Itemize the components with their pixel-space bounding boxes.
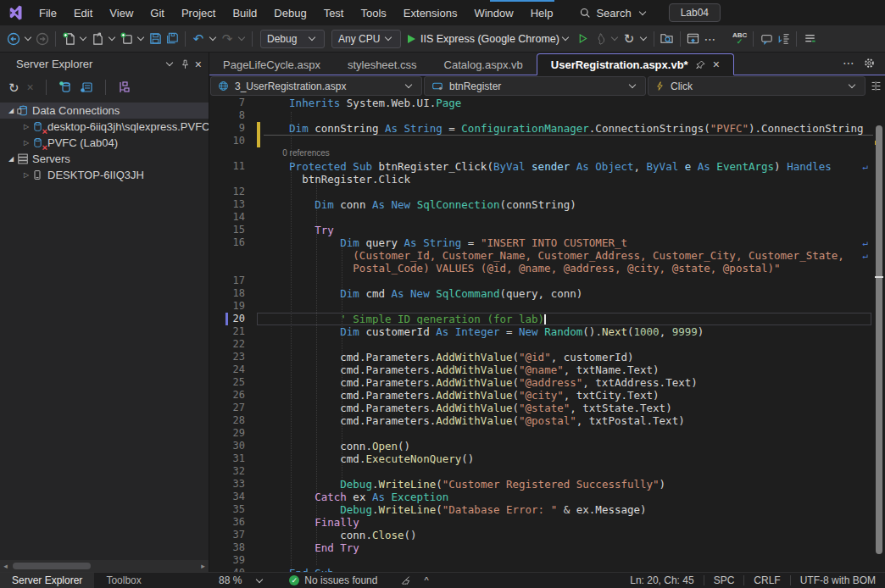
start-debugging-button[interactable]: IIS Express (Google Chrome) bbox=[408, 33, 571, 45]
code-line-27[interactable]: 27cmd.Parameters.AddWithValue("@state", … bbox=[209, 402, 885, 414]
connect-to-server-icon[interactable] bbox=[80, 80, 93, 94]
scrollbar-thumb[interactable] bbox=[876, 125, 882, 554]
code-line-8[interactable]: 8 bbox=[209, 109, 885, 122]
comment-button[interactable] bbox=[758, 29, 775, 49]
code-line-39[interactable]: 39 bbox=[209, 554, 885, 567]
menu-view[interactable]: View bbox=[101, 3, 142, 24]
code-line-22[interactable]: 22 bbox=[209, 338, 885, 351]
open-file-chevron[interactable] bbox=[109, 34, 115, 41]
add-item-button[interactable] bbox=[118, 29, 135, 49]
code-line-23[interactable]: 23cmd.Parameters.AddWithValue("@id", cus… bbox=[209, 351, 885, 363]
add-item-chevron[interactable] bbox=[137, 34, 144, 41]
statusbar-item-0[interactable]: Ln: 20, Ch: 45 bbox=[621, 574, 703, 586]
project-badge[interactable]: Lab04 bbox=[669, 3, 721, 22]
sql-object-explorer-icon[interactable] bbox=[118, 80, 131, 94]
close-icon[interactable]: × bbox=[713, 58, 720, 70]
code-line-40[interactable]: 40End Sub bbox=[209, 567, 885, 572]
code-line-32[interactable]: 32 bbox=[209, 465, 885, 478]
issues-indicator[interactable]: ✓ No issues found bbox=[289, 574, 377, 586]
code-line-18[interactable]: 18Dim cmd As New SqlCommand(query, conn) bbox=[209, 287, 885, 300]
format-indent-button[interactable] bbox=[775, 29, 792, 49]
code-line-9[interactable]: 9Dim connString As String = Configuratio… bbox=[209, 122, 885, 135]
tree-item-data-connections[interactable]: ◢Data Connections bbox=[0, 103, 209, 119]
scroll-right-icon[interactable]: ▸ bbox=[198, 562, 209, 570]
collapse-arrow-icon[interactable]: ◢ bbox=[5, 155, 17, 163]
statusbar-item-1[interactable]: SPC bbox=[704, 574, 744, 586]
undo-chevron[interactable] bbox=[209, 34, 216, 41]
code-line-13[interactable]: 13Dim conn As New SqlConnection(connStri… bbox=[209, 198, 885, 211]
save-button[interactable] bbox=[147, 29, 164, 49]
navigate-back-button[interactable] bbox=[5, 29, 22, 49]
code-line-38[interactable]: 38End Try bbox=[209, 541, 885, 554]
code-wrap-line[interactable]: btnRegister.Click bbox=[209, 173, 885, 186]
redo-button[interactable]: ↷ bbox=[219, 29, 236, 49]
code-line-37[interactable]: 37conn.Close() bbox=[209, 529, 885, 541]
tab-pagelifecycle-aspx[interactable]: PageLifeCycle.aspx bbox=[209, 54, 334, 75]
code-line-11[interactable]: 11Protected Sub btnRegister_Click(ByVal … bbox=[209, 160, 885, 173]
new-file-chevron[interactable] bbox=[80, 34, 86, 41]
code-line-26[interactable]: 26cmd.Parameters.AddWithValue("@city", t… bbox=[209, 389, 885, 402]
close-icon[interactable]: × bbox=[195, 58, 202, 71]
statusbar-item-3[interactable]: UTF-8 with BOM bbox=[791, 574, 885, 586]
menu-test[interactable]: Test bbox=[315, 3, 353, 24]
tree-item-desktop-6iiq3jh-sqlexpress-pvfc[interactable]: ▷×desktop-6iiq3jh\sqlexpress.PVFC bbox=[0, 119, 209, 135]
tree-item-desktop-6iiq3jh[interactable]: ▷DESKTOP-6IIQ3JH bbox=[0, 167, 209, 183]
code-line-35[interactable]: 35Debug.WriteLine("Database Error: " & e… bbox=[209, 503, 885, 516]
code-line-36[interactable]: 36Finally bbox=[209, 516, 885, 529]
code-line-14[interactable]: 14 bbox=[209, 211, 885, 224]
tab-settings-gear-icon[interactable] bbox=[864, 58, 875, 69]
code-line-30[interactable]: 30conn.Open() bbox=[209, 440, 885, 452]
code-line-17[interactable]: 17 bbox=[209, 275, 885, 287]
expand-arrow-icon[interactable]: ▷ bbox=[20, 139, 32, 147]
tab-overflow-button[interactable]: ⋯ bbox=[843, 56, 855, 69]
scroll-left-icon[interactable]: ◂ bbox=[0, 562, 11, 570]
menu-project[interactable]: Project bbox=[173, 3, 224, 24]
code-line-20[interactable]: 20' Simple ID generation (for lab) bbox=[209, 313, 885, 325]
tree-item-pvfc-lab04[interactable]: ▷×PVFC (Lab04) bbox=[0, 135, 209, 151]
open-file-button[interactable] bbox=[89, 29, 106, 49]
code-line-16[interactable]: 16Dim query As String = "INSERT INTO CUS… bbox=[209, 236, 885, 249]
find-in-files-button[interactable] bbox=[659, 29, 676, 49]
code-line-19[interactable]: 19 bbox=[209, 300, 885, 313]
zoom-control[interactable]: 88 % bbox=[219, 574, 265, 586]
refresh-chevron[interactable] bbox=[640, 34, 647, 41]
code-line-34[interactable]: 34Catch ex As Exception bbox=[209, 491, 885, 503]
code-line-12[interactable]: 12 bbox=[209, 186, 885, 198]
window-position-chevron[interactable] bbox=[166, 59, 173, 66]
back-dropdown-chevron[interactable] bbox=[25, 34, 31, 41]
document-outline-icon[interactable] bbox=[866, 76, 885, 96]
code-line-33[interactable]: 33Debug.WriteLine("Customer Registered S… bbox=[209, 478, 885, 491]
expand-arrow-icon[interactable]: ▷ bbox=[20, 171, 32, 179]
statusbar-item-2[interactable]: CRLF bbox=[744, 574, 789, 586]
run-target-chevron[interactable] bbox=[562, 34, 569, 41]
editor-vertical-scrollbar[interactable] bbox=[873, 97, 885, 572]
menu-file[interactable]: File bbox=[31, 3, 65, 24]
chevron-up-icon[interactable]: ^ bbox=[424, 575, 428, 585]
file-dropdown[interactable]: 3_UserRegistration.aspx bbox=[210, 76, 422, 96]
hot-reload-button[interactable] bbox=[592, 29, 609, 49]
code-line-28[interactable]: 28cmd.Parameters.AddWithValue("@postal",… bbox=[209, 414, 885, 427]
undo-button[interactable]: ↶ bbox=[190, 29, 207, 49]
code-line-29[interactable]: 29 bbox=[209, 427, 885, 440]
task-list-button[interactable] bbox=[801, 29, 818, 49]
search-control[interactable]: Search bbox=[573, 3, 654, 23]
code-line-31[interactable]: 31cmd.ExecuteNonQuery() bbox=[209, 452, 885, 465]
code-line-24[interactable]: 24cmd.Parameters.AddWithValue("@name", t… bbox=[209, 363, 885, 376]
toolbar-overflow-button[interactable]: ⋯ bbox=[702, 29, 719, 49]
code-line-10[interactable]: 10 bbox=[209, 135, 885, 147]
tool-window-tab-toolbox[interactable]: Toolbox bbox=[94, 573, 153, 588]
code-line-21[interactable]: 21Dim customerId As Integer = New Random… bbox=[209, 325, 885, 338]
code-line-25[interactable]: 25cmd.Parameters.AddWithValue("@address"… bbox=[209, 376, 885, 389]
tree-item-servers[interactable]: ◢Servers bbox=[0, 151, 209, 167]
menu-build[interactable]: Build bbox=[224, 3, 265, 24]
refresh-icon[interactable]: ↻ bbox=[8, 81, 19, 94]
refresh-button[interactable]: ↻ bbox=[621, 29, 637, 49]
code-editor[interactable]: 7Inherits System.Web.UI.Page89Dim connSt… bbox=[209, 97, 885, 572]
menu-git[interactable]: Git bbox=[142, 3, 173, 24]
tab-catalog-aspx-vb[interactable]: Catalog.aspx.vb bbox=[431, 54, 537, 75]
solution-platform-dropdown[interactable]: Any CPU bbox=[331, 30, 401, 48]
pin-icon[interactable] bbox=[696, 60, 705, 69]
save-all-button[interactable] bbox=[164, 29, 181, 49]
tab-stylesheet-css[interactable]: stylesheet.css bbox=[334, 54, 431, 75]
browser-link-button[interactable] bbox=[685, 29, 702, 49]
